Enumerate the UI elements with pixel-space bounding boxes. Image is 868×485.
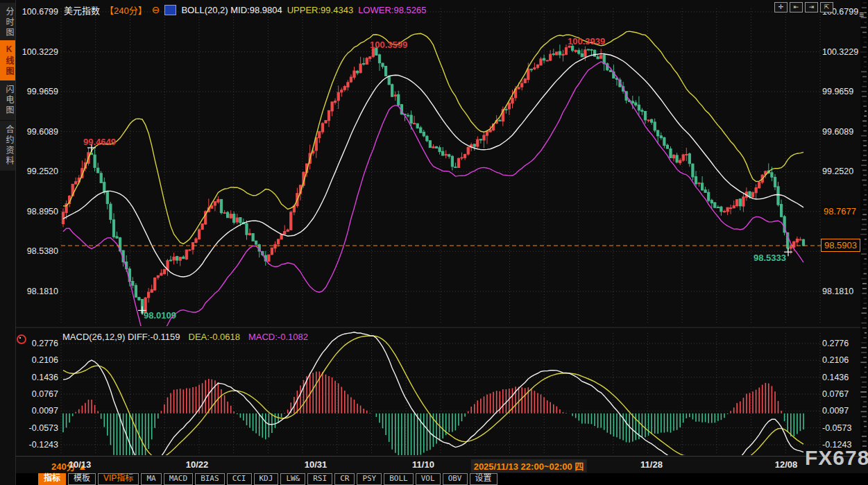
macd-header: MACD(26,12,9) DIFF:-0.1159 DEA:-0.0618 M…: [62, 332, 308, 342]
sidebar-tab-1[interactable]: 分时图: [0, 3, 15, 42]
sidebar: 分时图K线图闪电图合约资料: [0, 0, 16, 485]
extreme-label-98.0109: 98.0109: [144, 310, 176, 321]
toolbar-button-OBV[interactable]: OBV: [443, 473, 468, 485]
price-tick-left: 98.5380: [15, 246, 58, 256]
toolbar-button-PSY[interactable]: PSY: [357, 473, 382, 485]
fullscreen-icon[interactable]: ⇱: [820, 2, 833, 12]
axis-compress-icon[interactable]: ⇤: [790, 2, 803, 12]
macd-tick-left: -0.0573: [15, 423, 58, 433]
date-label: 12/08: [775, 459, 798, 470]
price-tick-right: 100.3229: [822, 47, 864, 57]
price-chart-header: 美元指数 【240分】 ⊖ BOLL(20,2) MID:98.9804 UPP…: [64, 3, 426, 16]
macd-value: MACD:-0.1082: [248, 332, 308, 342]
toolbar-button-CR[interactable]: CR: [334, 473, 355, 485]
price-tick-right: 99.6089: [822, 127, 864, 137]
toolbar-button-MACD[interactable]: MACD: [164, 473, 194, 485]
toolbar-button-CCI[interactable]: CCI: [227, 473, 252, 485]
sidebar-tab-3[interactable]: 闪电图: [0, 80, 15, 120]
toolbar-button-BIAS[interactable]: BIAS: [195, 473, 225, 485]
macd-tick-right: -0.0573: [822, 423, 864, 433]
pan-icon[interactable]: ✛: [774, 2, 788, 12]
time-axis: 240分 ▲ 10/1310/2210/3111/102025/11/13 22…: [15, 456, 868, 474]
price-tick-right: 98.1810: [822, 287, 864, 296]
macd-dea-value: DEA:-0.0618: [189, 332, 240, 342]
toolbar-button-VIP指标[interactable]: VIP指标: [98, 473, 139, 485]
macd-title: MACD(26,12,9) DIFF:-0.1159: [62, 332, 180, 342]
period-label: 【240分】: [105, 3, 147, 17]
price-tick-right: 99.9659: [822, 87, 864, 96]
price-tick-left: 100.6799: [15, 7, 58, 17]
toolbar-button-RSI[interactable]: RSI: [307, 473, 332, 485]
axis-expand-icon[interactable]: ⇥: [805, 2, 818, 12]
macd-tick-right: 0.2776: [822, 339, 864, 348]
date-label: 10/31: [305, 459, 327, 470]
boll-indicator-label: BOLL(20,2) MID:98.9804: [181, 5, 282, 15]
price-tick-left: 99.6089: [15, 127, 58, 137]
indicator-toolbar: 指标模板VIP指标MAMACDBIASCCIKDJLW&RSICRPSYBOLL…: [15, 473, 868, 485]
trading-terminal: 分时图K线图闪电图合约资料 美元指数 【240分】 ⊖ BOLL(20,2) M…: [0, 0, 868, 485]
macd-tick-right: 0.2106: [822, 355, 864, 365]
date-label: 11/28: [640, 459, 663, 470]
price-tick-left: 98.8950: [15, 207, 58, 216]
date-label: 10/22: [186, 459, 209, 470]
prev-price-tag: 98.7677: [821, 205, 859, 217]
sidebar-tab-4[interactable]: 合约资料: [0, 121, 15, 171]
chart-canvas[interactable]: [0, 0, 868, 457]
sidebar-tab-2[interactable]: K线图: [0, 40, 15, 81]
extreme-label-99.4649: 99.4649: [83, 137, 116, 147]
macd-tick-right: 0.1436: [822, 373, 864, 382]
price-tick-left: 100.3229: [15, 47, 58, 57]
date-label: 11/10: [412, 459, 434, 470]
extreme-label-100.3939: 100.3939: [568, 36, 605, 46]
price-tick-right: 99.2520: [822, 167, 864, 176]
toolbar-button-VOL[interactable]: VOL: [416, 473, 441, 485]
macd-tick-left: -0.1243: [15, 440, 58, 450]
toolbar-button-KDJ[interactable]: KDJ: [254, 473, 279, 485]
price-tick-left: 98.1810: [15, 287, 58, 296]
toolbar-button-指标[interactable]: 指标: [38, 473, 66, 485]
toolbar-button-设置[interactable]: 设置: [470, 473, 497, 485]
macd-target-icon[interactable]: [17, 334, 26, 344]
boll-lower-value: LOWER:98.5265: [358, 5, 426, 15]
macd-tick-right: 0.0767: [822, 389, 864, 399]
macd-tick-left: 0.2106: [15, 355, 58, 365]
toolbar-button-BOLL[interactable]: BOLL: [384, 473, 414, 485]
toolbar-button-MA[interactable]: MA: [141, 473, 161, 485]
price-tick-left: 99.9659: [15, 87, 58, 96]
macd-tick-left: 0.0097: [15, 406, 58, 416]
date-label: 10/13: [69, 459, 92, 470]
chart-toolbar-icons: ✛⇤⇥⇱: [774, 2, 833, 12]
mini-chart-icon[interactable]: [164, 5, 176, 15]
last-price-tag: 98.5903: [821, 239, 860, 252]
toolbar-button-LW&[interactable]: LW&: [280, 473, 305, 485]
watermark: FX678: [805, 446, 868, 470]
extreme-label-98.5333: 98.5333: [754, 253, 786, 263]
macd-tick-left: 0.1436: [15, 373, 58, 382]
extreme-label-100.3599: 100.3599: [370, 40, 407, 50]
collapse-icon[interactable]: ⊖: [152, 6, 160, 14]
toolbar-button-模板[interactable]: 模板: [68, 473, 96, 485]
price-tick-left: 99.2520: [15, 167, 58, 176]
menu-icon[interactable]: ≡: [859, 11, 864, 18]
highlighted-date-range: 2025/11/13 22:00~02:00 四: [471, 459, 587, 473]
macd-tick-right: 0.0097: [822, 406, 864, 416]
macd-tick-left: 0.0767: [15, 389, 58, 399]
symbol-name: 美元指数: [64, 3, 100, 17]
boll-upper-value: UPPER:99.4343: [287, 5, 353, 15]
